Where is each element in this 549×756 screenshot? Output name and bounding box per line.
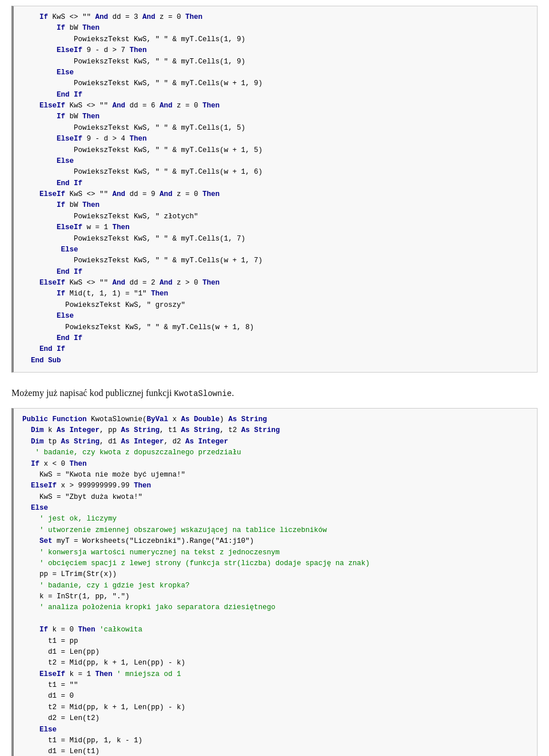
code-block-1-content: If KwS <> "" And dd = 3 And z = 0 Then I… [22,13,262,365]
prose-text-after: . [232,388,234,398]
code-block-1: If KwS <> "" And dd = 3 And z = 0 Then I… [11,6,538,373]
code-block-2-content: Public Function KwotaSlownie(ByVal x As … [22,415,370,756]
prose-paragraph: Możemy już napisać kod publicznej funkcj… [11,386,538,400]
page-container: If KwS <> "" And dd = 3 And z = 0 Then I… [0,0,549,756]
code-block-2: Public Function KwotaSlownie(ByVal x As … [11,408,538,756]
prose-code-kwota: KwotaSlownie [174,389,232,398]
prose-text-before: Możemy już napisać kod publicznej funkcj… [11,388,172,398]
